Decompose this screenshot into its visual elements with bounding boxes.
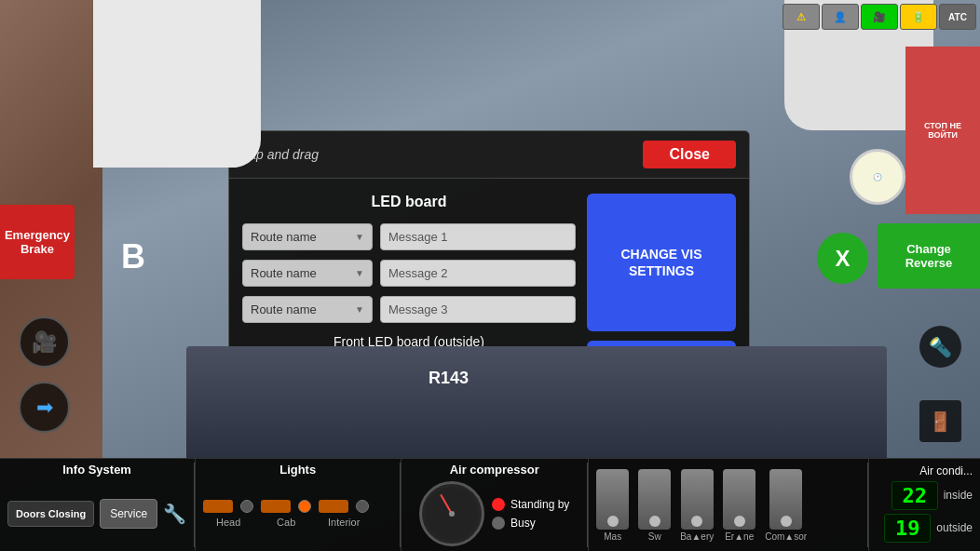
warning-btn[interactable]: ⚠	[783, 4, 820, 30]
structural-panel-left	[93, 0, 261, 168]
clock: 🕐	[850, 149, 905, 205]
lever-battery-handle	[691, 516, 702, 527]
service-button[interactable]: Service	[100, 499, 157, 529]
lever-sw-body	[638, 469, 671, 530]
head-light-dot	[240, 500, 253, 513]
outside-temp-label: outside	[936, 521, 973, 534]
lever-battery-body	[681, 469, 714, 530]
interior-light-dot	[356, 500, 369, 513]
chevron-down-icon: ▼	[355, 232, 364, 242]
message-input-3[interactable]: Message 3	[380, 296, 576, 323]
lever-sw-label: Sw	[648, 531, 661, 542]
lever-mas-body	[596, 469, 629, 530]
interior-light-switch[interactable]	[319, 500, 369, 513]
doors-icon: 🚪	[929, 410, 952, 433]
b-indicator: B	[121, 237, 145, 276]
flashlight-button[interactable]: 🔦	[919, 326, 961, 368]
lever-sw-handle	[649, 516, 660, 527]
busy-label: Busy	[510, 517, 536, 530]
change-reverse-button[interactable]: ChangeReverse	[878, 223, 980, 289]
wrench-icon: 🔧	[163, 503, 186, 525]
camera-status-btn[interactable]: 🎥	[861, 4, 898, 30]
chevron-down-icon: ▼	[355, 304, 364, 315]
lever-compressor-body	[769, 469, 802, 530]
led-row-1: Route name ▼ Message 1	[242, 223, 576, 250]
lever-sw[interactable]: Sw	[638, 469, 671, 542]
interior-light-label: Interior	[328, 517, 360, 528]
top-bar: ⚠ 👤 🎥 🔋 ATC	[779, 0, 980, 34]
cab-light-dot	[298, 500, 311, 513]
arrow-icon: ➡	[36, 396, 53, 420]
cab-lights-group: Cab	[261, 500, 311, 528]
pressure-gauge	[419, 481, 484, 546]
outside-temp-row: 19 outside	[877, 514, 973, 543]
battery-status-btn[interactable]: 🔋	[900, 4, 937, 30]
compressor-status: Standing by Busy	[492, 498, 569, 530]
inside-temp-label: inside	[944, 489, 973, 502]
lever-engine-body	[723, 469, 755, 530]
camera-button[interactable]: 🎥	[19, 316, 70, 368]
lever-compressor[interactable]: Com▲sor	[765, 469, 807, 542]
atc-btn[interactable]: ATC	[939, 4, 976, 30]
interior-lights-group: Interior	[319, 500, 369, 528]
interior-light-bar	[319, 500, 348, 513]
gauge-area: Standing by Busy	[419, 480, 569, 547]
info-system-title: Info System	[7, 463, 186, 477]
emergency-brake-button[interactable]: Emergency Brake	[0, 205, 75, 279]
head-lights-group: Head	[203, 500, 253, 528]
train-panel	[186, 346, 887, 458]
lever-battery[interactable]: Ba▲ery	[680, 469, 714, 542]
message-input-2[interactable]: Message 2	[380, 260, 576, 287]
close-button[interactable]: Close	[643, 141, 736, 168]
lever-engine-handle	[734, 516, 745, 527]
flashlight-icon: 🔦	[929, 336, 952, 358]
lever-compressor-handle	[781, 516, 792, 527]
doors-closing-button[interactable]: Doors Closing	[7, 501, 94, 527]
standing-by-row: Standing by	[492, 498, 569, 511]
message-input-1[interactable]: Message 1	[380, 223, 576, 250]
doors-button[interactable]: 🚪	[919, 400, 961, 442]
arrow-button[interactable]: ➡	[19, 382, 70, 433]
busy-row: Busy	[492, 517, 569, 530]
person-btn[interactable]: 👤	[822, 4, 859, 30]
right-sign: СТОП НЕ ВОЙТИ	[905, 47, 980, 214]
inside-temp-row: 22 inside	[877, 481, 973, 510]
outside-temp-value: 19	[884, 514, 931, 543]
info-buttons: Doors Closing Service 🔧	[7, 480, 186, 547]
lights-controls: Head Cab Interior	[203, 480, 392, 547]
head-light-label: Head	[216, 517, 240, 528]
lever-mas-label: Mas	[604, 531, 621, 542]
gauge-center-dot	[449, 511, 455, 517]
lever-mas[interactable]: Mas	[596, 469, 629, 542]
cab-light-switch[interactable]	[261, 500, 311, 513]
route-select-2[interactable]: Route name ▼	[242, 260, 373, 287]
standing-by-label: Standing by	[510, 498, 569, 511]
led-row-3: Route name ▼ Message 3	[242, 296, 576, 323]
info-system-section: Info System Doors Closing Service 🔧	[0, 459, 194, 551]
busy-dot	[492, 517, 505, 530]
lights-title: Lights	[203, 463, 392, 477]
air-cond-title: Air condi...	[877, 464, 973, 477]
air-compressor-title: Air compressor	[450, 463, 539, 477]
inside-temp-value: 22	[892, 481, 938, 510]
camera-icon: 🎥	[32, 330, 57, 355]
lever-mas-handle	[607, 516, 619, 527]
route-select-1[interactable]: Route name ▼	[242, 223, 373, 250]
dialog-titlebar: Tap and drag Close	[229, 131, 749, 179]
lever-battery-label: Ba▲ery	[680, 531, 714, 542]
head-light-bar	[203, 500, 233, 513]
lever-engine-label: Er▲ne	[725, 531, 754, 542]
bottom-bar: Info System Doors Closing Service 🔧 Ligh…	[0, 458, 980, 551]
head-light-switch[interactable]	[203, 500, 253, 513]
standing-by-dot	[492, 498, 505, 511]
route-select-3[interactable]: Route name ▼	[242, 296, 373, 323]
lever-engine[interactable]: Er▲ne	[723, 469, 755, 542]
x-button[interactable]: X	[817, 233, 868, 284]
vis-settings-button[interactable]: CHANGE VIS SETTINGS	[587, 194, 736, 331]
levers-section: Mas Sw Ba▲ery Er▲ne Com▲sor	[588, 459, 867, 551]
air-cond-section: Air condi... 22 inside 19 outside	[868, 459, 980, 551]
led-row-2: Route name ▼ Message 2	[242, 260, 576, 287]
train-id-label: R143	[429, 369, 469, 388]
cab-light-label: Cab	[277, 517, 295, 528]
led-board-title: LED board	[242, 194, 576, 210]
